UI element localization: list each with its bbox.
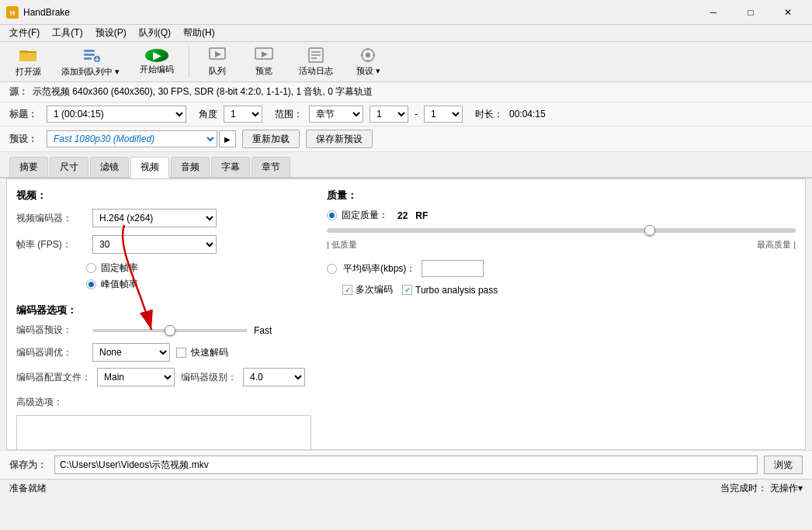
- low-quality-label: | 低质量: [327, 239, 357, 251]
- menu-file[interactable]: 文件(F): [3, 25, 46, 42]
- encoder-profile-select[interactable]: Main: [97, 368, 175, 386]
- encoder-preset-slider-wrap: Fast: [92, 325, 311, 336]
- start-encode-button[interactable]: ▶ 开始编码: [131, 45, 182, 79]
- add-to-queue-button[interactable]: + 添加到队列中 ▾: [53, 45, 128, 79]
- duration-value: 00:04:15: [509, 109, 546, 120]
- preset-select[interactable]: Fast 1080p30 (Modified): [47, 130, 217, 147]
- encoder-preset-thumb[interactable]: [165, 325, 175, 336]
- range-end-select[interactable]: 1: [424, 106, 463, 123]
- turbo-row: ✓ 多次编码 ✓ Turbo analysis pass: [342, 283, 796, 296]
- angle-select[interactable]: 1: [224, 106, 262, 123]
- avg-bitrate-row: 平均码率(kbps)：: [327, 260, 796, 277]
- reload-preset-button[interactable]: 重新加载: [242, 130, 300, 148]
- advanced-options-label: 高级选项：: [16, 396, 86, 409]
- queue-button[interactable]: 队列: [196, 45, 239, 79]
- encoder-preset-row: 编码器预设： Fast: [16, 324, 311, 337]
- fast-decode-wrap: 快速解码: [176, 346, 228, 359]
- menu-queue[interactable]: 队列(Q): [133, 25, 177, 42]
- presets-button[interactable]: 预设 ▾: [346, 45, 390, 79]
- duration-label: 时长：: [475, 108, 503, 121]
- svg-rect-4: [19, 51, 36, 53]
- preview-label: 预览: [255, 65, 272, 77]
- presets-label: 预设 ▾: [356, 65, 380, 77]
- quality-unit: RF: [415, 210, 428, 221]
- preset-expand-button[interactable]: ▶: [219, 130, 236, 147]
- advanced-textarea[interactable]: [16, 415, 311, 450]
- fixed-fps-radio[interactable]: 固定帧率: [86, 262, 311, 275]
- tab-dimensions[interactable]: 尺寸: [50, 157, 88, 177]
- queue-label: 队列: [209, 65, 226, 77]
- quality-title: 质量：: [327, 189, 796, 203]
- tab-filters[interactable]: 滤镜: [90, 157, 129, 177]
- quality-slider-thumb[interactable]: [644, 225, 655, 236]
- start-icon: ▶: [145, 49, 168, 62]
- avg-bitrate-radio[interactable]: [327, 264, 337, 274]
- tab-video[interactable]: 视频: [130, 157, 169, 178]
- menu-help[interactable]: 帮助(H): [177, 25, 221, 42]
- close-button[interactable]: ✕: [770, 0, 806, 25]
- advanced-options: 高级选项：: [16, 396, 311, 450]
- svg-point-19: [366, 53, 370, 57]
- add-queue-icon: +: [82, 46, 100, 64]
- complete-action[interactable]: 无操作▾: [770, 482, 803, 495]
- activity-log-button[interactable]: 活动日志: [289, 45, 343, 79]
- multipass-checkbox[interactable]: ✓: [342, 285, 352, 295]
- open-source-button[interactable]: 打开源: [6, 45, 50, 79]
- source-bar: 源： 示范视频 640x360 (640x360), 30 FPS, SDR (…: [0, 82, 812, 102]
- svg-rect-6: [84, 54, 95, 56]
- title-row: 标题： 1 (00:04:15) 角度 1 范围： 章节 1 - 1 时长： 0…: [0, 102, 812, 126]
- fast-decode-label: 快速解码: [191, 346, 228, 359]
- open-source-label: 打开源: [16, 66, 41, 78]
- fps-radio-group: 固定帧率 峰值帧率: [86, 262, 311, 291]
- turbo-checkbox[interactable]: ✓: [402, 285, 412, 295]
- minimize-button[interactable]: ─: [696, 0, 731, 25]
- peak-fps-radio[interactable]: 峰值帧率: [86, 278, 311, 291]
- left-panel: 视频： 视频编码器： H.264 (x264) 帧率 (FPS)： 30 固定: [16, 189, 311, 440]
- source-value: 示范视频 640x360 (640x360), 30 FPS, SDR (8-b…: [33, 85, 373, 99]
- main-content: 视频： 视频编码器： H.264 (x264) 帧率 (FPS)： 30 固定: [6, 178, 806, 450]
- title-label: 标题：: [9, 108, 40, 121]
- peak-fps-label: 峰值帧率: [101, 278, 138, 291]
- title-select[interactable]: 1 (00:04:15): [47, 106, 186, 123]
- bitrate-input[interactable]: [422, 260, 484, 277]
- maximize-button[interactable]: □: [733, 0, 769, 25]
- tab-chapters[interactable]: 章节: [252, 157, 290, 177]
- menu-presets[interactable]: 预设(P): [89, 25, 133, 42]
- quality-value: 22: [397, 210, 408, 221]
- main-area: 视频： 视频编码器： H.264 (x264) 帧率 (FPS)： 30 固定: [0, 178, 812, 450]
- range-start-select[interactable]: 1: [370, 106, 408, 123]
- browse-button[interactable]: 浏览: [764, 456, 803, 474]
- encoder-preset-label: 编码器预设：: [16, 324, 86, 337]
- constant-quality-radio[interactable]: [327, 210, 337, 220]
- constant-quality-row: 固定质量： 22 RF: [327, 209, 796, 222]
- codec-select[interactable]: H.264 (x264): [92, 209, 217, 227]
- codec-options: 编码器选项： 编码器预设： Fast 编码器调优： None: [16, 303, 311, 386]
- right-panel: 质量： 固定质量： 22 RF | 低质量 最高质量 |: [327, 189, 796, 440]
- menu-tools[interactable]: 工具(T): [46, 25, 88, 42]
- svg-text:+: +: [95, 55, 99, 64]
- encoder-level-select[interactable]: 4.0: [243, 368, 305, 386]
- constant-quality-radio-wrap[interactable]: 固定质量： 22 RF: [327, 209, 428, 222]
- encoder-tune-select[interactable]: None: [92, 343, 170, 362]
- save-path-input[interactable]: [54, 456, 758, 474]
- fps-select[interactable]: 30: [92, 235, 217, 254]
- app-icon: H: [6, 6, 19, 19]
- tab-subtitles[interactable]: 字幕: [211, 157, 250, 177]
- tabs-bar: 摘要 尺寸 滤镜 视频 音频 字幕 章节: [0, 152, 812, 178]
- activity-log-label: 活动日志: [299, 65, 333, 77]
- encoder-preset-track[interactable]: [92, 329, 248, 332]
- preset-bar: 预设： Fast 1080p30 (Modified) ▶ 重新加载 保存新预设: [0, 126, 812, 152]
- multipass-wrap: ✓ 多次编码: [342, 283, 393, 296]
- svg-text:H: H: [10, 9, 16, 17]
- svg-marker-13: [262, 51, 268, 57]
- save-preset-button[interactable]: 保存新预设: [306, 130, 373, 148]
- preview-button[interactable]: 预览: [242, 45, 286, 79]
- codec-label: 视频编码器：: [16, 212, 86, 225]
- tab-summary[interactable]: 摘要: [9, 157, 48, 177]
- quality-slider-track[interactable]: [327, 228, 796, 233]
- preset-label: 预设：: [9, 133, 40, 146]
- range-type-select[interactable]: 章节: [309, 106, 363, 123]
- turbo-wrap: ✓ Turbo analysis pass: [402, 285, 498, 296]
- tab-audio[interactable]: 音频: [171, 157, 210, 177]
- fast-decode-checkbox[interactable]: [176, 348, 186, 358]
